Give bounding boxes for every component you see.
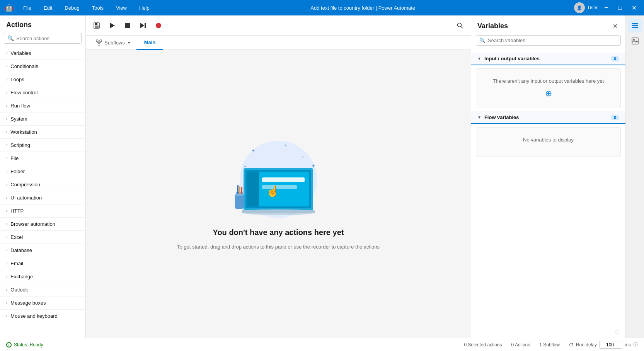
action-divider xyxy=(0,138,85,139)
action-chevron-icon: › xyxy=(6,301,7,305)
layers-icon-button[interactable] xyxy=(628,19,642,32)
step-button[interactable] xyxy=(137,19,149,32)
action-item-label: Workstation xyxy=(10,129,37,135)
action-item[interactable]: ›Message boxes xyxy=(0,297,85,308)
action-divider xyxy=(0,191,85,191)
user-avatar[interactable]: 👤 xyxy=(574,2,585,13)
action-item[interactable]: ›Flow control xyxy=(0,87,85,98)
input-output-section: ▼ Input / output variables 0 There aren'… xyxy=(471,53,625,108)
action-item[interactable]: ›Mouse and keyboard xyxy=(0,310,85,322)
action-chevron-icon: › xyxy=(6,222,7,226)
action-item-label: Browser automation xyxy=(10,221,55,227)
variables-close-button[interactable]: ✕ xyxy=(611,21,619,31)
action-chevron-icon: › xyxy=(6,169,7,174)
save-button[interactable] xyxy=(90,19,103,32)
action-item[interactable]: ›Conditionals xyxy=(0,61,85,72)
run-delay-group: ⏱ Run delay ms ⓘ xyxy=(569,341,638,349)
variables-header: Variables ✕ xyxy=(471,15,625,35)
action-item-label: Excel xyxy=(10,234,23,240)
menu-help[interactable]: Help xyxy=(137,3,152,12)
action-chevron-icon: › xyxy=(6,182,7,187)
action-chevron-icon: › xyxy=(6,248,7,252)
action-item[interactable]: ›Run flow xyxy=(0,100,85,111)
tab-main[interactable]: Main xyxy=(136,36,164,50)
menu-tools[interactable]: Tools xyxy=(90,3,106,12)
flow-variables-empty-box: No variables to display xyxy=(476,127,621,157)
svg-rect-38 xyxy=(632,25,638,26)
action-item[interactable]: ›Loops xyxy=(0,74,85,85)
svg-rect-12 xyxy=(98,43,100,45)
action-divider xyxy=(0,125,85,126)
close-button[interactable]: ✕ xyxy=(629,2,639,13)
subflows-chevron-icon: ▼ xyxy=(127,41,131,45)
menu-edit[interactable]: Edit xyxy=(41,3,55,12)
far-right-panel xyxy=(625,15,644,338)
empty-illustration: ✦ ✦ ✦ ✦ ✦ ☝ xyxy=(224,137,332,222)
svg-marker-5 xyxy=(140,23,144,28)
empty-state-subtitle: To get started, drag and drop actions to… xyxy=(177,243,380,251)
svg-rect-10 xyxy=(96,40,98,42)
action-divider xyxy=(0,165,85,165)
menu-debug[interactable]: Debug xyxy=(62,3,82,12)
titlebar: 🤖 File Edit Debug Tools View Help Add te… xyxy=(0,0,644,15)
action-item[interactable]: ›Scripting xyxy=(0,140,85,151)
flow-canvas[interactable]: ✦ ✦ ✦ ✦ ✦ ☝ xyxy=(86,50,471,338)
svg-rect-36 xyxy=(241,187,242,194)
svg-rect-31 xyxy=(242,210,315,213)
action-divider xyxy=(0,270,85,270)
action-item[interactable]: ›Database xyxy=(0,245,85,256)
action-chevron-icon: › xyxy=(6,77,7,82)
action-divider xyxy=(0,73,85,73)
titlebar-controls: 👤 User − □ ✕ xyxy=(574,2,639,13)
action-chevron-icon: › xyxy=(6,274,7,279)
variables-search-box: 🔍 xyxy=(476,35,621,46)
action-item[interactable]: ›Compression xyxy=(0,179,85,190)
action-chevron-icon: › xyxy=(6,104,7,108)
menu-file[interactable]: File xyxy=(21,3,34,12)
run-delay-input[interactable] xyxy=(599,341,622,349)
image-icon-button[interactable] xyxy=(628,34,642,48)
action-item[interactable]: ›Exchange xyxy=(0,271,85,282)
action-divider xyxy=(0,217,85,218)
play-button[interactable] xyxy=(106,19,118,32)
action-item[interactable]: ›Workstation xyxy=(0,126,85,138)
status-text: Status: Ready xyxy=(14,342,43,348)
stop-button[interactable] xyxy=(121,19,134,32)
svg-text:✦: ✦ xyxy=(311,163,316,169)
variables-search-input[interactable] xyxy=(488,37,617,43)
record-button[interactable] xyxy=(152,19,165,32)
maximize-button[interactable]: □ xyxy=(615,2,625,13)
action-item[interactable]: ›System xyxy=(0,113,85,124)
action-item[interactable]: ›Browser automation xyxy=(0,218,85,230)
action-divider xyxy=(0,309,85,310)
flow-variables-section-header[interactable]: ▼ Flow variables 0 xyxy=(471,111,625,124)
search-flow-button[interactable] xyxy=(454,19,466,32)
action-item-label: UI automation xyxy=(10,195,42,201)
action-divider xyxy=(0,296,85,296)
subflows-button[interactable]: Subflows ▼ xyxy=(90,36,136,49)
svg-rect-1 xyxy=(95,23,97,25)
flow-variables-section: ▼ Flow variables 0 No variables to displ… xyxy=(471,111,625,157)
menu-view[interactable]: View xyxy=(114,3,129,12)
action-item[interactable]: ›Outlook xyxy=(0,284,85,295)
action-item[interactable]: ›HTTP xyxy=(0,205,85,216)
action-chevron-icon: › xyxy=(6,143,7,147)
add-input-output-button[interactable]: ⊕ xyxy=(486,89,611,99)
action-item[interactable]: ›Variables xyxy=(0,48,85,59)
titlebar-menu: 🤖 File Edit Debug Tools View Help xyxy=(5,3,152,12)
action-item-label: Exchange xyxy=(10,274,33,279)
svg-rect-32 xyxy=(235,194,244,209)
action-item-label: HTTP xyxy=(10,208,24,214)
actions-search-input[interactable] xyxy=(16,36,81,41)
variables-panel: Variables ✕ 🔍 ▼ Input / output variables… xyxy=(471,15,625,338)
input-output-section-header[interactable]: ▼ Input / output variables 0 xyxy=(471,53,625,65)
run-delay-info-icon: ⓘ xyxy=(633,341,638,348)
action-item[interactable]: ›UI automation xyxy=(0,192,85,203)
action-item[interactable]: ›File xyxy=(0,153,85,164)
minimize-button[interactable]: − xyxy=(601,2,612,13)
svg-rect-40 xyxy=(632,38,638,44)
action-item[interactable]: ›Excel xyxy=(0,232,85,243)
action-item[interactable]: ›Folder xyxy=(0,166,85,177)
action-item[interactable]: ›Email xyxy=(0,258,85,269)
flow-variables-empty-text: No variables to display xyxy=(486,137,611,143)
